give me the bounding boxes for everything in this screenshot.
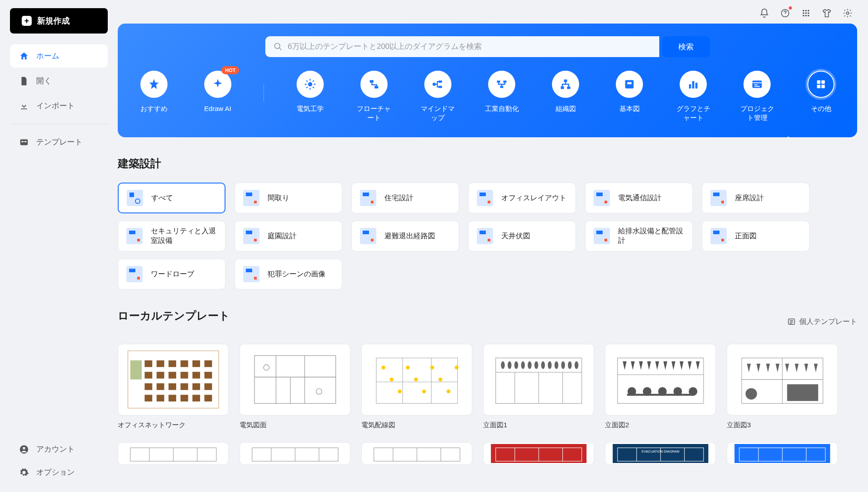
template-card[interactable]: オフィスネットワーク bbox=[118, 344, 229, 429]
shirt-icon[interactable] bbox=[821, 7, 833, 19]
section-title: 建築設計 bbox=[118, 156, 857, 171]
svg-point-14 bbox=[808, 15, 810, 17]
filter-card[interactable]: オフィスレイアウト bbox=[468, 183, 576, 213]
filter-card[interactable]: 座席設計 bbox=[702, 183, 810, 213]
filter-card[interactable]: 電気通信設計 bbox=[585, 183, 693, 213]
svg-point-84 bbox=[501, 362, 504, 369]
hot-badge: HOT bbox=[221, 66, 239, 74]
nav-import[interactable]: インポート bbox=[10, 94, 108, 117]
local-templates: ローカルテンプレート 個人テンプレート オフィスネットワーク電気図面電気配線図立… bbox=[118, 289, 857, 470]
template-card[interactable] bbox=[483, 442, 594, 470]
svg-point-73 bbox=[389, 378, 393, 381]
category-gear[interactable]: 電気工学 bbox=[292, 71, 328, 122]
filter-label: 座席設計 bbox=[735, 193, 764, 203]
svg-rect-64 bbox=[204, 395, 212, 402]
nav-account[interactable]: アカウント bbox=[10, 438, 108, 461]
nav-template[interactable]: テンプレート bbox=[10, 130, 108, 154]
template-card[interactable] bbox=[727, 442, 838, 470]
category-chart[interactable]: グラフとチャート bbox=[676, 71, 711, 122]
template-card[interactable]: 電気図面 bbox=[240, 344, 350, 429]
settings-icon[interactable] bbox=[842, 7, 854, 19]
filter-icon bbox=[243, 228, 259, 244]
filter-card[interactable]: 間取り bbox=[235, 183, 342, 213]
svg-point-88 bbox=[528, 362, 531, 369]
filter-icon bbox=[126, 228, 143, 244]
template-card[interactable] bbox=[240, 442, 350, 470]
svg-rect-47 bbox=[144, 372, 152, 379]
filter-label: 犯罪シーンの画像 bbox=[268, 270, 326, 279]
search-input[interactable] bbox=[288, 42, 651, 51]
svg-rect-28 bbox=[567, 87, 571, 89]
template-card[interactable]: 立面図2 bbox=[605, 344, 716, 429]
filter-icon bbox=[477, 228, 493, 244]
filter-card[interactable]: 庭園設計 bbox=[235, 221, 342, 251]
nav-home[interactable]: ホーム bbox=[10, 44, 108, 68]
template-card[interactable]: 立面図1 bbox=[483, 344, 594, 429]
filter-card[interactable]: 給排水設備と配管設計 bbox=[585, 221, 693, 251]
svg-rect-31 bbox=[689, 84, 691, 88]
svg-rect-1 bbox=[22, 141, 24, 142]
template-card[interactable] bbox=[118, 442, 229, 470]
filter-card[interactable]: 天井伏図 bbox=[468, 221, 576, 251]
category-flow[interactable]: フローチャート bbox=[356, 71, 392, 122]
filter-card[interactable]: 避難退出経路図 bbox=[351, 221, 459, 251]
category-industry[interactable]: 工業自動化 bbox=[484, 71, 519, 122]
bell-icon[interactable] bbox=[758, 7, 770, 19]
template-card[interactable]: 立面図3 bbox=[727, 344, 838, 429]
svg-point-12 bbox=[803, 15, 805, 17]
category-star[interactable]: おすすめ bbox=[136, 71, 172, 122]
filter-card[interactable]: セキュリティと入退室設備 bbox=[118, 221, 225, 251]
svg-point-20 bbox=[432, 83, 436, 86]
help-icon[interactable] bbox=[779, 7, 791, 19]
category-circle bbox=[140, 71, 168, 98]
sidebar-bottom: アカウント オプション bbox=[10, 438, 108, 484]
filter-label: 間取り bbox=[268, 193, 289, 203]
svg-rect-53 bbox=[144, 383, 152, 390]
filter-card[interactable]: 犯罪シーンの画像 bbox=[235, 259, 342, 289]
template-thumb bbox=[118, 442, 229, 465]
nav-options[interactable]: オプション bbox=[10, 461, 108, 484]
svg-point-10 bbox=[805, 12, 807, 14]
filter-card[interactable]: 正面図 bbox=[702, 221, 810, 251]
template-card[interactable]: EVACUATION DIAGRAM bbox=[605, 442, 716, 470]
personal-templates-link[interactable]: 個人テンプレート bbox=[787, 317, 857, 327]
svg-rect-43 bbox=[168, 361, 176, 367]
filter-label: オフィスレイアウト bbox=[501, 193, 566, 203]
category-basic[interactable]: 基本図 bbox=[612, 71, 647, 122]
filter-icon bbox=[594, 228, 610, 244]
search-button[interactable]: 検索 bbox=[662, 36, 710, 57]
svg-rect-23 bbox=[497, 81, 500, 83]
filter-icon bbox=[127, 190, 143, 206]
filter-card[interactable]: ワードローブ bbox=[118, 259, 225, 289]
top-toolbar bbox=[118, 0, 857, 24]
category-project[interactable]: プロジェクト管理 bbox=[739, 71, 775, 122]
svg-rect-58 bbox=[204, 383, 212, 390]
svg-point-80 bbox=[446, 390, 450, 393]
template-card[interactable] bbox=[361, 442, 472, 470]
category-ai[interactable]: HOT Edraw AI bbox=[200, 71, 235, 122]
filter-label: すべて bbox=[151, 193, 173, 203]
category-more[interactable]: その他 bbox=[803, 71, 839, 122]
category-mind[interactable]: マインドマップ bbox=[420, 71, 456, 122]
hero: 検索 おすすめ HOT Edraw AI 電気工学 フローチャート マインドマッ… bbox=[118, 24, 857, 137]
svg-point-86 bbox=[514, 362, 518, 369]
grid-icon[interactable] bbox=[800, 7, 812, 19]
template-card[interactable]: 電気配線図 bbox=[361, 344, 472, 429]
svg-rect-57 bbox=[192, 383, 200, 390]
svg-rect-24 bbox=[504, 81, 507, 83]
filter-card[interactable]: すべて bbox=[118, 183, 225, 213]
import-icon bbox=[19, 101, 29, 111]
new-button[interactable]: + 新規作成 bbox=[10, 8, 108, 34]
category-org[interactable]: 組織図 bbox=[548, 71, 584, 122]
hero-arrow bbox=[781, 136, 796, 143]
svg-point-8 bbox=[808, 10, 810, 12]
svg-rect-25 bbox=[500, 86, 504, 88]
filter-card[interactable]: 住宅設計 bbox=[351, 183, 459, 213]
template-grid-2: EVACUATION DIAGRAM bbox=[118, 442, 857, 470]
search-box bbox=[265, 36, 659, 57]
filter-icon bbox=[243, 266, 259, 282]
nav-open[interactable]: 開く bbox=[10, 69, 108, 92]
filter-label: 電気通信設計 bbox=[618, 193, 662, 203]
category-circle bbox=[616, 71, 643, 98]
svg-point-79 bbox=[438, 378, 442, 381]
